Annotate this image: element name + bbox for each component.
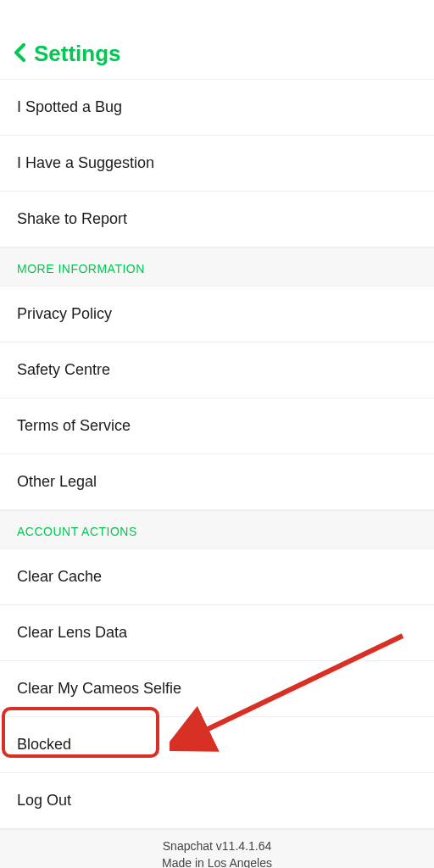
settings-header: Settings [0, 25, 434, 79]
list-item-log-out[interactable]: Log Out [0, 773, 434, 829]
list-item-safety-centre[interactable]: Safety Centre [0, 342, 434, 398]
list-item-suggestion[interactable]: I Have a Suggestion [0, 136, 434, 192]
section-more-information: MORE INFORMATION [0, 248, 434, 287]
list-item-blocked[interactable]: Blocked [0, 717, 434, 773]
list-item-privacy-policy[interactable]: Privacy Policy [0, 287, 434, 342]
list-item-other-legal[interactable]: Other Legal [0, 454, 434, 510]
back-chevron-icon[interactable] [14, 43, 25, 65]
page-title: Settings [34, 41, 121, 67]
section-account-actions: ACCOUNT ACTIONS [0, 510, 434, 549]
list-item-clear-cameos[interactable]: Clear My Cameos Selfie [0, 661, 434, 717]
list-item-clear-lens-data[interactable]: Clear Lens Data [0, 605, 434, 661]
footer-location: Made in Los Angeles [0, 855, 434, 868]
list-item-shake-report[interactable]: Shake to Report [0, 192, 434, 248]
footer-version: Snapchat v11.4.1.64 [0, 838, 434, 855]
list-item-spotted-bug[interactable]: I Spotted a Bug [0, 79, 434, 136]
app-footer: Snapchat v11.4.1.64 Made in Los Angeles [0, 829, 434, 868]
list-item-terms-service[interactable]: Terms of Service [0, 398, 434, 454]
list-item-clear-cache[interactable]: Clear Cache [0, 549, 434, 605]
